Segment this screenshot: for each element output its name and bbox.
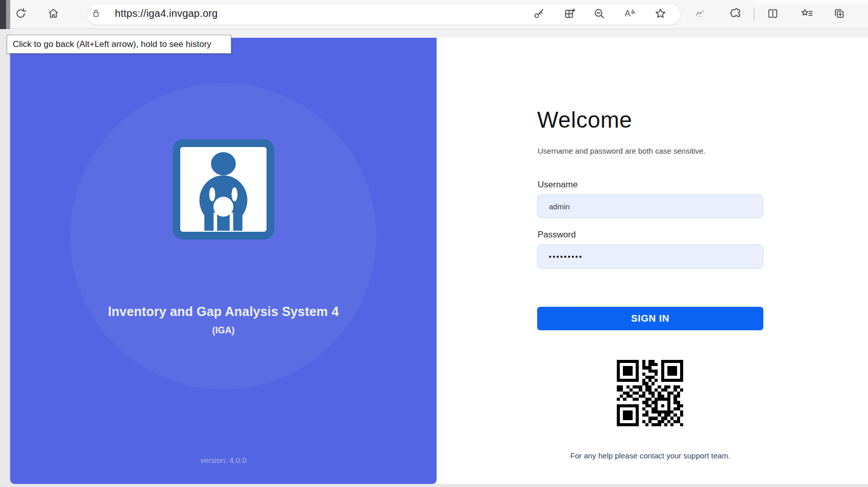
window-edge-dark [0, 0, 6, 29]
url-text[interactable]: https://iga4.invgap.org [115, 8, 218, 19]
support-help-text: For any help please contact your support… [537, 451, 763, 460]
toolbar-divider [754, 9, 755, 20]
favorites-list-icon [801, 7, 813, 22]
password-input[interactable] [537, 245, 763, 269]
apps-grid-icon [563, 7, 576, 22]
username-input[interactable] [537, 194, 763, 218]
refresh-button[interactable] [13, 7, 28, 21]
lock-icon [90, 8, 102, 21]
favorites-button[interactable] [800, 7, 814, 21]
site-security-button[interactable] [89, 7, 103, 21]
case-sensitive-note: Username and password are both case sens… [538, 147, 706, 155]
username-label: Username [538, 180, 577, 190]
tab-strip-sliver [754, 0, 868, 4]
read-aloud-button[interactable]: A [622, 7, 637, 21]
desktop-gutter [0, 29, 10, 487]
home-icon [47, 7, 60, 22]
favorite-star-icon [654, 7, 667, 22]
saved-passwords-button[interactable] [532, 7, 546, 21]
welcome-heading: Welcome [537, 107, 632, 133]
read-aloud-icon: A [623, 7, 636, 22]
browser-toolbar: https://iga4.invgap.org A [10, 0, 868, 29]
app-acronym: (IGA) [10, 325, 437, 336]
zoom-out-icon [593, 7, 606, 22]
home-button[interactable] [46, 7, 60, 21]
zoom-level-button[interactable] [592, 7, 606, 21]
refresh-icon [14, 7, 27, 22]
collections-icon [833, 7, 846, 22]
add-favorite-button[interactable] [653, 7, 667, 21]
sign-in-button[interactable]: SIGN IN [537, 307, 763, 330]
extension-logo-icon [694, 7, 707, 22]
extensions-button[interactable] [728, 7, 742, 21]
app-title: Inventory and Gap Analysis System 4 [10, 304, 437, 319]
extensions-puzzle-icon [729, 7, 742, 22]
split-screen-icon [766, 7, 779, 22]
screenshot-root: https://iga4.invgap.org A [0, 0, 868, 487]
key-icon [533, 7, 545, 22]
qr-code [617, 360, 683, 426]
svg-text:A: A [624, 9, 631, 18]
app-logo [173, 139, 274, 239]
collections-button[interactable] [832, 7, 846, 21]
back-button-tooltip: Click to go back (Alt+Left arrow), hold … [7, 35, 231, 54]
split-screen-button[interactable] [765, 7, 780, 21]
password-label: Password [538, 230, 576, 240]
app-version: version: 4.0.0 [10, 456, 437, 465]
bottom-edge-strip [0, 484, 868, 487]
web-widget-button[interactable] [562, 7, 576, 21]
extension-shortcut-button[interactable] [693, 7, 708, 21]
window-edge-mid [6, 0, 10, 29]
brand-panel: Inventory and Gap Analysis System 4 (IGA… [10, 38, 437, 484]
